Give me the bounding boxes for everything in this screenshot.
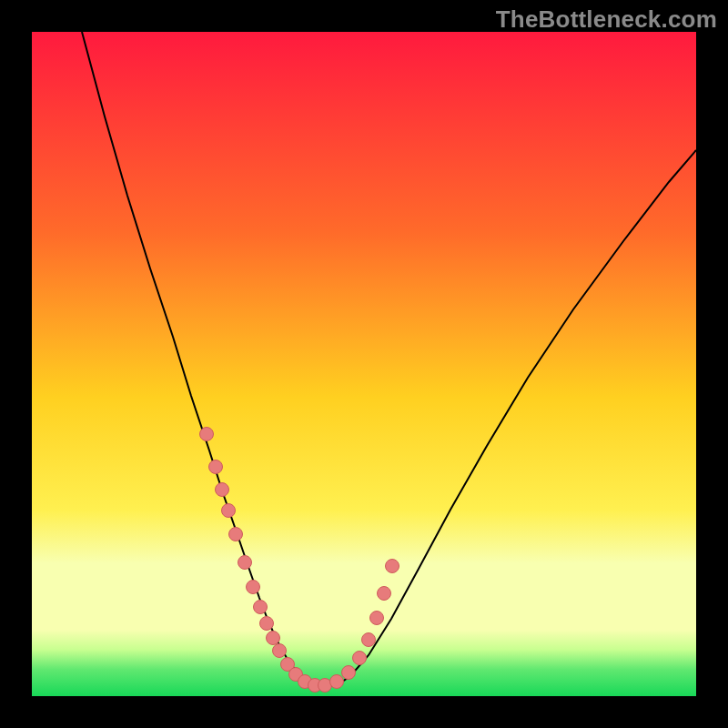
data-point (267, 632, 280, 645)
data-point (216, 483, 229, 497)
data-point (378, 587, 391, 601)
data-point (209, 460, 223, 474)
chart-frame: TheBottleneck.com (0, 0, 728, 728)
data-point (238, 556, 252, 570)
data-point (362, 633, 376, 647)
data-point (229, 528, 243, 541)
data-point (386, 560, 399, 573)
data-point (330, 675, 344, 689)
data-point (247, 581, 260, 594)
data-point (273, 644, 287, 658)
data-point (370, 612, 384, 625)
watermark-text: TheBottleneck.com (496, 5, 717, 34)
data-point (353, 652, 367, 665)
gradient-background (32, 32, 696, 696)
data-point (254, 601, 268, 614)
data-point (342, 666, 356, 680)
data-point (200, 428, 214, 441)
plot-area (32, 32, 696, 696)
data-point (222, 504, 236, 518)
bottleneck-chart (32, 32, 696, 696)
data-point (260, 617, 274, 631)
